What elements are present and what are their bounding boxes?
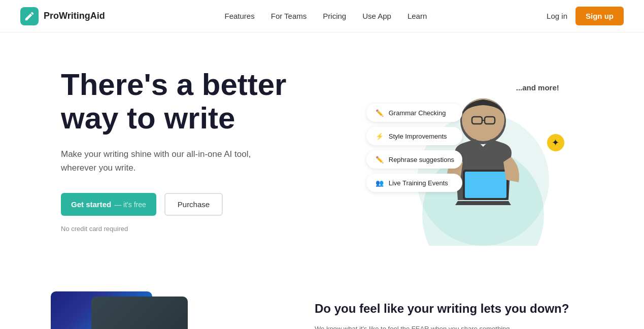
hero-right: ✏️ Grammar Checking ⚡ Style Improvements…	[343, 63, 624, 256]
star-badge: ✦	[547, 134, 564, 151]
headline-line1: There's a better	[61, 68, 286, 102]
training-label: Live Training Events	[389, 179, 448, 187]
logo-link[interactable]: ProWritingAid	[20, 7, 105, 25]
hero-left: There's a better way to write Make your …	[61, 63, 343, 233]
feature-cards: ✏️ Grammar Checking ⚡ Style Improvements…	[366, 104, 462, 192]
feature-card-rephrase: ✏️ Rephrase suggestions	[366, 150, 462, 169]
bottom-text: We know what it's like to feel the FEAR …	[315, 324, 528, 329]
hero-cta: Get started — it's free Purchase	[61, 193, 343, 216]
style-icon: ⚡	[375, 131, 385, 141]
grammar-icon: ✏️	[375, 108, 385, 118]
nav-use-app[interactable]: Use App	[362, 12, 391, 20]
person-illustration: ✏️ Grammar Checking ⚡ Style Improvements…	[397, 73, 569, 246]
hero-section: There's a better way to write Make your …	[0, 32, 644, 276]
login-button[interactable]: Log in	[547, 12, 567, 20]
nav-pricing[interactable]: Pricing	[323, 12, 346, 20]
training-icon: 👥	[375, 178, 385, 188]
nav-features[interactable]: Features	[225, 12, 255, 20]
navbar: ProWritingAid Features For Teams Pricing…	[0, 0, 644, 32]
nav-for-teams[interactable]: For Teams	[271, 12, 307, 20]
signup-button[interactable]: Sign up	[575, 7, 624, 25]
free-tag: — it's free	[114, 201, 146, 209]
hero-headline: There's a better way to write	[61, 68, 343, 135]
hero-subtext: Make your writing shine with our all-in-…	[61, 147, 264, 175]
rephrase-icon: ✏️	[375, 154, 385, 164]
logo-icon	[20, 7, 39, 25]
bottom-right-text: Do you feel like your writing lets you d…	[284, 281, 624, 329]
grammar-label: Grammar Checking	[389, 109, 446, 117]
nav-right: Log in Sign up	[547, 7, 624, 25]
style-label: Style Improvements	[389, 133, 447, 140]
purchase-button[interactable]: Purchase	[164, 193, 223, 216]
feature-card-grammar: ✏️ Grammar Checking	[366, 104, 462, 122]
brand-name: ProWritingAid	[44, 11, 105, 21]
get-started-button[interactable]: Get started — it's free	[61, 193, 156, 216]
dark-card: My idea in my head	[91, 297, 188, 329]
bottom-left-images: My idea in my head	[0, 281, 284, 329]
bottom-section: My idea in my head Do you feel like your…	[0, 281, 644, 329]
nav-links: Features For Teams Pricing Use App Learn	[225, 12, 427, 21]
nav-learn[interactable]: Learn	[408, 12, 427, 20]
rephrase-label: Rephrase suggestions	[389, 156, 454, 163]
feature-card-style: ⚡ Style Improvements	[366, 127, 462, 145]
feature-card-training: 👥 Live Training Events	[366, 174, 462, 192]
logo-svg	[24, 11, 35, 22]
headline-line2: way to write	[61, 101, 235, 135]
and-more-text: ...and more!	[516, 83, 559, 92]
no-credit-card-text: No credit card required	[61, 225, 343, 233]
bottom-headline: Do you feel like your writing lets you d…	[315, 302, 614, 316]
get-started-label: Get started	[71, 200, 111, 209]
svg-rect-7	[465, 172, 506, 198]
